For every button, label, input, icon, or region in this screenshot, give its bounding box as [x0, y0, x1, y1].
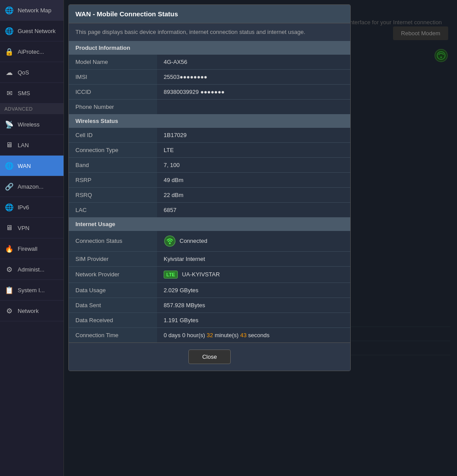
modal-desc: This page displays basic device informat…: [69, 23, 350, 41]
table-row: Data Usage 2.029 GBytes: [69, 283, 350, 298]
sidebar-item-vpn[interactable]: 🖥 VPN: [0, 218, 64, 238]
wireless-status-table: Cell ID 1B17029 Connection Type LTE Band…: [69, 128, 350, 217]
table-row: IMSI 25503●●●●●●●●: [69, 69, 350, 84]
sim-provider-label: SIM Provider: [69, 251, 157, 266]
sidebar-label: Administ...: [18, 266, 45, 273]
cell-id-label: Cell ID: [69, 128, 157, 143]
connection-type-label: Connection Type: [69, 142, 157, 157]
conn-time-seconds: 43: [240, 332, 246, 338]
connected-text: Connected: [180, 238, 207, 244]
iccid-value: 89380039929 ●●●●●●●: [157, 84, 350, 99]
sidebar-item-ipv6[interactable]: 🌐 IPv6: [0, 197, 64, 218]
sidebar-item-network-map[interactable]: 🌐 Network Map: [0, 0, 64, 21]
band-label: Band: [69, 157, 157, 172]
conn-time-mid: minute(s): [213, 332, 240, 338]
sidebar-item-system[interactable]: 📋 System I...: [0, 280, 64, 301]
sms-icon: ✉: [4, 88, 14, 98]
sidebar-label: QoS: [18, 69, 29, 76]
close-button[interactable]: Close: [188, 350, 230, 364]
table-row: LAC 6857: [69, 202, 350, 217]
table-row: Band 7, 100: [69, 157, 350, 172]
model-name-value: 4G-AX56: [157, 55, 350, 70]
modal-title: WAN - Mobile Connection Status: [69, 5, 350, 23]
network-provider-value: LTE UA-KYIVSTAR: [157, 266, 350, 283]
conn-time-pre: 0 days 0 hour(s): [164, 332, 207, 338]
mobile-connection-modal: WAN - Mobile Connection Status This page…: [68, 4, 351, 371]
sidebar-item-wan[interactable]: 🌐 WAN: [0, 156, 64, 176]
sidebar-label: System I...: [18, 287, 45, 294]
imsi-label: IMSI: [69, 69, 157, 84]
sidebar-label: Wireless: [18, 121, 40, 128]
phone-number-value: [157, 99, 350, 114]
svg-point-4: [169, 242, 171, 244]
conn-time-post: seconds: [247, 332, 270, 338]
lac-label: LAC: [69, 202, 157, 217]
lac-value: 6857: [157, 202, 350, 217]
data-usage-value: 2.029 GBytes: [157, 283, 350, 298]
wan-icon: 🌐: [4, 161, 14, 171]
amazon-icon: 🔗: [4, 182, 14, 191]
sidebar-label: WAN: [18, 163, 31, 169]
rsrp-value: 49 dBm: [157, 172, 350, 187]
table-row: RSRQ 22 dBm: [69, 187, 350, 202]
sim-provider-value: Kyivstar Internet: [157, 251, 350, 266]
conn-time-minutes: 32: [207, 332, 213, 338]
sidebar-item-network[interactable]: ⚙ Network: [0, 301, 64, 321]
connection-status-label: Connection Status: [69, 231, 157, 252]
table-row: Network Provider LTE UA-KYIVSTAR: [69, 266, 350, 283]
rsrq-label: RSRQ: [69, 187, 157, 202]
iccid-label: ICCID: [69, 84, 157, 99]
sidebar: 🌐 Network Map 🌐 Guest Network 🔒 AiProtec…: [0, 0, 64, 476]
table-row: Data Received 1.191 GBytes: [69, 312, 350, 327]
firewall-icon: 🔥: [4, 244, 14, 253]
phone-number-label: Phone Number: [69, 99, 157, 114]
shield-icon: 🔒: [4, 47, 14, 56]
sidebar-item-qos[interactable]: ☁ QoS: [0, 62, 64, 83]
table-row: Connection Time 0 days 0 hour(s) 32 minu…: [69, 327, 350, 342]
globe-icon: 🌐: [4, 5, 14, 15]
sidebar-label: Amazon...: [18, 183, 44, 190]
sidebar-label: Firewall: [18, 245, 37, 252]
sidebar-item-admin[interactable]: ⚙ Administ...: [0, 259, 64, 280]
internet-usage-table: Connection Status Connected: [69, 231, 350, 342]
sidebar-item-guest-network[interactable]: 🌐 Guest Network: [0, 21, 64, 41]
product-info-table: Model Name 4G-AX56 IMSI 25503●●●●●●●● IC…: [69, 55, 350, 114]
sidebar-label: AiProtec...: [18, 48, 44, 55]
sidebar-item-firewall[interactable]: 🔥 Firewall: [0, 238, 64, 259]
data-sent-value: 857.928 MBytes: [157, 298, 350, 312]
ipv6-icon: 🌐: [4, 202, 14, 212]
admin-icon: ⚙: [4, 264, 14, 274]
main-content: WAN - Mobile Broadband 4G-AX56 can estab…: [64, 0, 457, 476]
table-row: RSRP 49 dBm: [69, 172, 350, 187]
network-provider-label: Network Provider: [69, 266, 157, 283]
connected-wifi-icon: [164, 235, 176, 247]
sidebar-item-amazon[interactable]: 🔗 Amazon...: [0, 176, 64, 197]
sidebar-label: SMS: [18, 90, 30, 97]
sidebar-item-lan[interactable]: 🖥 LAN: [0, 135, 64, 156]
sidebar-label: Network: [18, 308, 39, 314]
connection-time-value: 0 days 0 hour(s) 32 minute(s) 43 seconds: [157, 327, 350, 342]
data-received-label: Data Received: [69, 312, 157, 327]
sidebar-label: LAN: [18, 142, 29, 149]
table-row: Data Sent 857.928 MBytes: [69, 298, 350, 312]
sidebar-item-wireless[interactable]: 📡 Wireless: [0, 114, 64, 135]
connection-type-value: LTE: [157, 142, 350, 157]
sidebar-label: VPN: [18, 225, 30, 231]
cloud-icon: ☁: [4, 67, 14, 77]
vpn-icon: 🖥: [4, 223, 14, 233]
model-name-label: Model Name: [69, 55, 157, 70]
sidebar-item-sms[interactable]: ✉ SMS: [0, 83, 64, 104]
data-received-value: 1.191 GBytes: [157, 312, 350, 327]
sidebar-item-aiprotect[interactable]: 🔒 AiProtec...: [0, 41, 64, 62]
status-connected-container: Connected: [164, 235, 344, 247]
product-info-section-header: Product Information: [69, 41, 350, 55]
data-usage-label: Data Usage: [69, 283, 157, 298]
table-row: Phone Number: [69, 99, 350, 114]
lan-icon: 🖥: [4, 140, 14, 150]
table-row: Connection Type LTE: [69, 142, 350, 157]
modal-overlay: WAN - Mobile Connection Status This page…: [64, 0, 457, 476]
system-icon: 📋: [4, 285, 14, 295]
table-row: Connection Status Connected: [69, 231, 350, 252]
wireless-icon: 📡: [4, 119, 14, 129]
internet-usage-section-header: Internet Usage: [69, 217, 350, 231]
